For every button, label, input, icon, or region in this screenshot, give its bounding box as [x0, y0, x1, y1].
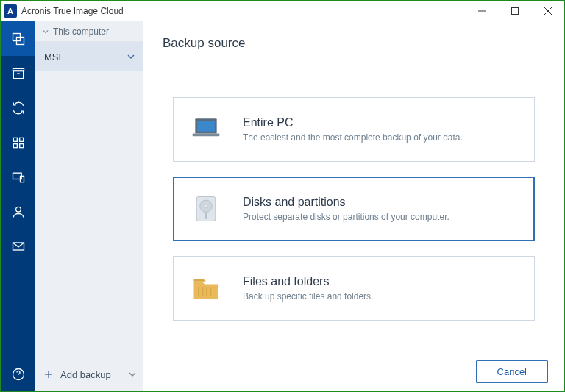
- main-header: Backup source: [143, 21, 564, 60]
- add-backup-label: Add backup: [60, 369, 111, 380]
- nav-devices[interactable]: [1, 160, 35, 194]
- source-options: Entire PC The easiest and the most compl…: [143, 60, 564, 352]
- option-entire-pc-text: Entire PC The easiest and the most compl…: [243, 116, 463, 143]
- option-desc: The easiest and the most complete backup…: [243, 132, 463, 143]
- svg-rect-7: [13, 68, 24, 71]
- nav-dashboard[interactable]: [1, 125, 35, 160]
- nav-archive[interactable]: [1, 56, 35, 90]
- envelope-icon: [11, 239, 26, 254]
- backup-item-label: MSI: [44, 51, 61, 63]
- backup-list-panel: This computer MSI Add backup: [35, 21, 143, 391]
- nav-rail: [1, 21, 35, 391]
- close-icon: [544, 7, 552, 15]
- grid-icon: [11, 135, 26, 150]
- add-backup-row: Add backup: [35, 357, 143, 391]
- maximize-button[interactable]: [498, 1, 531, 21]
- option-files-text: Files and folders Back up specific files…: [243, 275, 373, 302]
- maximize-icon: [511, 7, 519, 15]
- backup-list-filler: [35, 71, 143, 357]
- backup-copy-icon: [11, 32, 26, 46]
- titlebar: A Acronis True Image Cloud: [1, 1, 564, 21]
- minimize-button[interactable]: [465, 1, 498, 21]
- nav-help[interactable]: [1, 357, 35, 391]
- chevron-down-icon: [127, 53, 135, 60]
- option-disks-text: Disks and partitions Protect separate di…: [243, 196, 449, 222]
- add-backup-menu-icon[interactable]: [129, 371, 136, 378]
- nav-messages[interactable]: [1, 229, 35, 263]
- main-panel: Backup source Entire PC The easiest and …: [143, 21, 564, 391]
- svg-point-26: [205, 204, 208, 208]
- svg-point-15: [15, 207, 21, 212]
- window-title: Acronis True Image Cloud: [21, 6, 465, 16]
- app-body: This computer MSI Add backup Backup sour…: [1, 21, 564, 391]
- backup-group-label: This computer: [53, 26, 109, 37]
- option-title: Disks and partitions: [243, 196, 449, 209]
- svg-rect-27: [205, 213, 207, 219]
- svg-rect-10: [19, 138, 23, 141]
- backup-list-group[interactable]: This computer: [35, 21, 143, 42]
- devices-icon: [11, 170, 26, 185]
- nav-account[interactable]: [1, 194, 35, 229]
- nav-backup[interactable]: [1, 21, 35, 56]
- window-controls: [465, 1, 564, 21]
- plus-icon: [44, 370, 53, 379]
- option-entire-pc[interactable]: Entire PC The easiest and the most compl…: [173, 97, 535, 162]
- nav-sync[interactable]: [1, 90, 35, 125]
- chevron-down-icon: [43, 29, 49, 35]
- svg-rect-12: [19, 143, 23, 147]
- app-icon: A: [4, 4, 17, 18]
- svg-rect-11: [13, 143, 17, 147]
- option-title: Entire PC: [243, 116, 463, 129]
- close-button[interactable]: [531, 1, 564, 21]
- backup-item-selected[interactable]: MSI: [35, 42, 143, 71]
- person-icon: [11, 204, 26, 219]
- svg-rect-23: [193, 134, 220, 137]
- archive-box-icon: [11, 66, 26, 81]
- main-heading: Backup source: [163, 36, 545, 51]
- svg-rect-6: [13, 70, 23, 78]
- folder-icon: [190, 272, 222, 304]
- svg-rect-9: [13, 138, 17, 141]
- disk-icon: [190, 193, 222, 225]
- svg-rect-1: [511, 7, 518, 14]
- option-desc: Protect separate disks or partitions of …: [243, 212, 449, 222]
- option-desc: Back up specific files and folders.: [243, 291, 373, 302]
- main-footer: Cancel: [143, 352, 564, 391]
- sync-icon: [11, 101, 26, 115]
- svg-rect-22: [197, 121, 215, 132]
- minimize-icon: [477, 7, 486, 15]
- help-icon: [11, 367, 26, 382]
- option-title: Files and folders: [243, 275, 373, 288]
- cancel-button[interactable]: Cancel: [476, 360, 548, 383]
- app-window: A Acronis True Image Cloud: [0, 0, 565, 392]
- add-backup-button[interactable]: Add backup: [44, 369, 111, 380]
- option-files-folders[interactable]: Files and folders Back up specific files…: [173, 256, 535, 321]
- option-disks-partitions[interactable]: Disks and partitions Protect separate di…: [173, 177, 535, 241]
- laptop-icon: [190, 113, 222, 146]
